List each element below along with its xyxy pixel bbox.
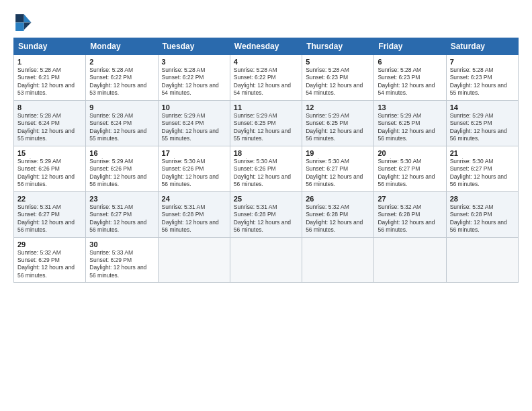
calendar-cell: 30Sunrise: 5:33 AMSunset: 6:29 PMDayligh… [86,237,158,283]
calendar-table: SundayMondayTuesdayWednesdayThursdayFrid… [13,38,519,283]
day-number: 10 [162,103,226,111]
calendar-cell: 1Sunrise: 5:28 AMSunset: 6:21 PMDaylight… [14,55,86,101]
day-info: Sunrise: 5:28 AMSunset: 6:23 PMDaylight:… [378,66,442,97]
calendar-cell [374,237,446,283]
day-number: 6 [378,58,442,66]
calendar-cell: 4Sunrise: 5:28 AMSunset: 6:22 PMDaylight… [230,55,302,101]
day-info: Sunrise: 5:33 AMSunset: 6:29 PMDaylight:… [89,249,154,280]
day-number: 14 [450,103,515,111]
day-number: 7 [450,58,515,66]
day-number: 5 [306,58,370,66]
calendar-cell [302,237,374,283]
day-number: 11 [234,103,298,111]
calendar-cell: 8Sunrise: 5:28 AMSunset: 6:24 PMDaylight… [14,100,86,146]
svg-rect-2 [15,14,24,22]
day-number: 15 [17,149,82,157]
svg-rect-3 [15,23,24,31]
week-row-2: 8Sunrise: 5:28 AMSunset: 6:24 PMDaylight… [14,100,519,146]
day-info: Sunrise: 5:28 AMSunset: 6:21 PMDaylight:… [17,66,82,97]
calendar-cell: 27Sunrise: 5:32 AMSunset: 6:28 PMDayligh… [374,191,446,237]
day-number: 3 [162,58,226,66]
calendar-cell: 21Sunrise: 5:30 AMSunset: 6:27 PMDayligh… [446,146,518,191]
day-number: 18 [234,149,298,157]
svg-marker-0 [24,14,32,22]
logo [13,12,35,31]
calendar-cell: 3Sunrise: 5:28 AMSunset: 6:22 PMDaylight… [158,55,230,101]
page: SundayMondayTuesdayWednesdayThursdayFrid… [0,0,532,411]
calendar-cell: 23Sunrise: 5:31 AMSunset: 6:27 PMDayligh… [86,191,158,237]
day-number: 19 [306,149,370,157]
calendar-cell: 2Sunrise: 5:28 AMSunset: 6:22 PMDaylight… [86,55,158,101]
calendar-cell [446,237,518,283]
logo-icon [13,12,32,31]
calendar-cell [230,237,302,283]
day-info: Sunrise: 5:30 AMSunset: 6:27 PMDaylight:… [378,158,442,189]
week-row-1: 1Sunrise: 5:28 AMSunset: 6:21 PMDaylight… [14,55,519,101]
day-number: 17 [162,149,226,157]
weekday-sunday: Sunday [14,38,86,55]
day-number: 9 [89,103,154,111]
day-info: Sunrise: 5:32 AMSunset: 6:28 PMDaylight:… [450,203,515,234]
day-info: Sunrise: 5:28 AMSunset: 6:22 PMDaylight:… [162,66,226,97]
day-info: Sunrise: 5:30 AMSunset: 6:27 PMDaylight:… [450,158,515,189]
day-info: Sunrise: 5:30 AMSunset: 6:26 PMDaylight:… [162,158,226,189]
calendar-cell: 6Sunrise: 5:28 AMSunset: 6:23 PMDaylight… [374,55,446,101]
calendar-cell: 7Sunrise: 5:28 AMSunset: 6:23 PMDaylight… [446,55,518,101]
day-number: 20 [378,149,442,157]
day-info: Sunrise: 5:29 AMSunset: 6:25 PMDaylight:… [234,112,298,143]
svg-marker-1 [24,23,32,30]
calendar-cell: 26Sunrise: 5:32 AMSunset: 6:28 PMDayligh… [302,191,374,237]
day-info: Sunrise: 5:29 AMSunset: 6:26 PMDaylight:… [89,158,154,189]
day-number: 26 [306,195,370,203]
calendar-cell: 12Sunrise: 5:29 AMSunset: 6:25 PMDayligh… [302,100,374,146]
day-number: 27 [378,195,442,203]
calendar-cell: 10Sunrise: 5:29 AMSunset: 6:24 PMDayligh… [158,100,230,146]
day-info: Sunrise: 5:29 AMSunset: 6:26 PMDaylight:… [17,158,82,189]
day-info: Sunrise: 5:28 AMSunset: 6:23 PMDaylight:… [450,66,515,97]
day-info: Sunrise: 5:32 AMSunset: 6:28 PMDaylight:… [306,203,370,234]
day-info: Sunrise: 5:29 AMSunset: 6:25 PMDaylight:… [450,112,515,143]
day-number: 1 [17,58,82,66]
day-info: Sunrise: 5:29 AMSunset: 6:24 PMDaylight:… [162,112,226,143]
calendar-cell: 14Sunrise: 5:29 AMSunset: 6:25 PMDayligh… [446,100,518,146]
day-number: 16 [89,149,154,157]
weekday-header-row: SundayMondayTuesdayWednesdayThursdayFrid… [14,38,519,55]
calendar-cell: 16Sunrise: 5:29 AMSunset: 6:26 PMDayligh… [86,146,158,191]
day-info: Sunrise: 5:28 AMSunset: 6:24 PMDaylight:… [17,112,82,143]
calendar-cell: 11Sunrise: 5:29 AMSunset: 6:25 PMDayligh… [230,100,302,146]
weekday-thursday: Thursday [302,38,374,55]
week-row-4: 22Sunrise: 5:31 AMSunset: 6:27 PMDayligh… [14,191,519,237]
day-number: 21 [450,149,515,157]
weekday-tuesday: Tuesday [158,38,230,55]
calendar-cell: 5Sunrise: 5:28 AMSunset: 6:23 PMDaylight… [302,55,374,101]
calendar-cell: 25Sunrise: 5:31 AMSunset: 6:28 PMDayligh… [230,191,302,237]
day-number: 29 [17,240,82,248]
weekday-friday: Friday [374,38,446,55]
day-info: Sunrise: 5:30 AMSunset: 6:26 PMDaylight:… [234,158,298,189]
calendar-cell: 20Sunrise: 5:30 AMSunset: 6:27 PMDayligh… [374,146,446,191]
calendar-cell: 22Sunrise: 5:31 AMSunset: 6:27 PMDayligh… [14,191,86,237]
week-row-3: 15Sunrise: 5:29 AMSunset: 6:26 PMDayligh… [14,146,519,191]
day-info: Sunrise: 5:28 AMSunset: 6:22 PMDaylight:… [234,66,298,97]
weekday-monday: Monday [86,38,158,55]
day-number: 30 [89,240,154,248]
weekday-saturday: Saturday [446,38,518,55]
day-number: 24 [162,195,226,203]
day-info: Sunrise: 5:31 AMSunset: 6:27 PMDaylight:… [89,203,154,234]
day-info: Sunrise: 5:28 AMSunset: 6:24 PMDaylight:… [89,112,154,143]
day-number: 12 [306,103,370,111]
day-number: 23 [89,195,154,203]
calendar-cell: 15Sunrise: 5:29 AMSunset: 6:26 PMDayligh… [14,146,86,191]
calendar-cell: 9Sunrise: 5:28 AMSunset: 6:24 PMDaylight… [86,100,158,146]
day-number: 13 [378,103,442,111]
calendar-cell: 13Sunrise: 5:29 AMSunset: 6:25 PMDayligh… [374,100,446,146]
calendar-cell: 29Sunrise: 5:32 AMSunset: 6:29 PMDayligh… [14,237,86,283]
day-info: Sunrise: 5:29 AMSunset: 6:25 PMDaylight:… [378,112,442,143]
header [13,12,519,31]
day-info: Sunrise: 5:28 AMSunset: 6:23 PMDaylight:… [306,66,370,97]
calendar-cell [158,237,230,283]
day-number: 2 [89,58,154,66]
week-row-5: 29Sunrise: 5:32 AMSunset: 6:29 PMDayligh… [14,237,519,283]
day-info: Sunrise: 5:30 AMSunset: 6:27 PMDaylight:… [306,158,370,189]
weekday-wednesday: Wednesday [230,38,302,55]
